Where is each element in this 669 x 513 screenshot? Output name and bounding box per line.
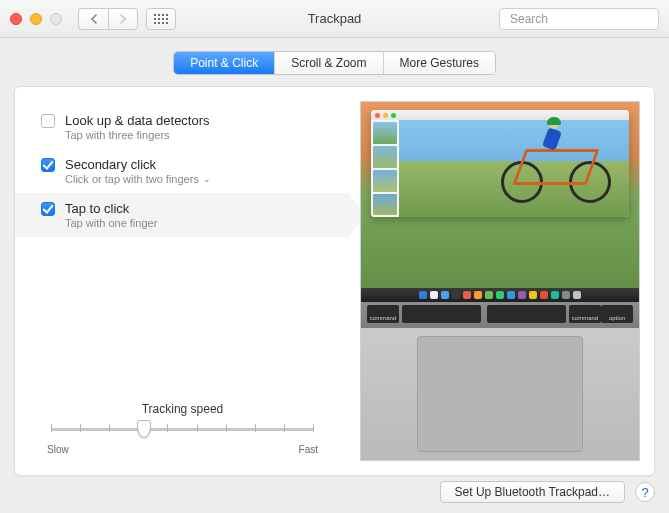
option-title: Look up & data detectors: [65, 113, 210, 128]
bottom-bar: Set Up Bluetooth Trackpad… ?: [440, 481, 655, 503]
checkbox-tap-to-click[interactable]: [41, 202, 55, 216]
slider-max-label: Fast: [299, 444, 318, 455]
tracking-speed-section: Tracking speed Slow Fast: [15, 402, 350, 463]
search-input[interactable]: [510, 12, 660, 26]
search-field[interactable]: [499, 8, 659, 30]
thumbnail: [373, 146, 397, 168]
option-subtitle: Tap with three fingers: [65, 129, 210, 141]
thumbnail: [373, 170, 397, 192]
tab-bar: Point & Click Scroll & Zoom More Gesture…: [174, 52, 495, 74]
laptop-screen: [361, 102, 639, 288]
keyboard-row: commandcommandoption: [361, 302, 639, 328]
chevron-left-icon: [90, 14, 98, 24]
tracking-speed-label: Tracking speed: [41, 402, 324, 416]
nav-buttons: [78, 8, 138, 30]
thumbnail-strip: [371, 120, 399, 217]
grid-icon: [154, 14, 168, 24]
preview-column: commandcommandoption: [350, 87, 654, 475]
option-lookup[interactable]: Look up & data detectors Tap with three …: [15, 105, 350, 149]
tab-more-gestures[interactable]: More Gestures: [384, 52, 495, 74]
slider-ticks: [51, 424, 314, 434]
checkbox-secondary-click[interactable]: [41, 158, 55, 172]
checkbox-lookup[interactable]: [41, 114, 55, 128]
tab-point-click[interactable]: Point & Click: [174, 52, 275, 74]
tracking-speed-slider[interactable]: [41, 418, 324, 440]
content-area: Point & Click Scroll & Zoom More Gesture…: [0, 38, 669, 513]
option-title: Secondary click: [65, 157, 211, 172]
settings-panel: Look up & data detectors Tap with three …: [14, 86, 655, 476]
gesture-preview: commandcommandoption: [360, 101, 640, 461]
photos-titlebar: [371, 110, 629, 120]
titlebar: Trackpad: [0, 0, 669, 38]
setup-bluetooth-button[interactable]: Set Up Bluetooth Trackpad…: [440, 481, 625, 503]
photos-window: [371, 110, 629, 217]
chevron-right-icon: [119, 14, 127, 24]
zoom-button[interactable]: [50, 13, 62, 25]
chevron-down-icon: ⌄: [203, 174, 211, 184]
traffic-lights: [10, 13, 62, 25]
slider-min-label: Slow: [47, 444, 69, 455]
option-secondary-click[interactable]: Secondary click Click or tap with two fi…: [15, 149, 350, 193]
laptop-body: [361, 328, 639, 460]
dock: [361, 288, 639, 302]
thumbnail: [373, 194, 397, 216]
trackpad-surface: [417, 336, 584, 452]
thumbnail: [373, 122, 397, 144]
help-button[interactable]: ?: [635, 482, 655, 502]
preferences-window: Trackpad Point & Click Scroll & Zoom Mor…: [0, 0, 669, 513]
forward-button[interactable]: [108, 8, 138, 30]
tab-scroll-zoom[interactable]: Scroll & Zoom: [275, 52, 383, 74]
show-all-button[interactable]: [146, 8, 176, 30]
option-tap-to-click[interactable]: Tap to click Tap with one finger: [15, 193, 350, 237]
close-button[interactable]: [10, 13, 22, 25]
options-column: Look up & data detectors Tap with three …: [15, 87, 350, 475]
back-button[interactable]: [78, 8, 108, 30]
cyclist-illustration: [501, 133, 611, 203]
slider-knob[interactable]: [137, 420, 151, 438]
main-photo: [399, 120, 629, 217]
minimize-button[interactable]: [30, 13, 42, 25]
option-subtitle[interactable]: Click or tap with two fingers ⌄: [65, 173, 211, 185]
option-title: Tap to click: [65, 201, 157, 216]
option-subtitle: Tap with one finger: [65, 217, 157, 229]
